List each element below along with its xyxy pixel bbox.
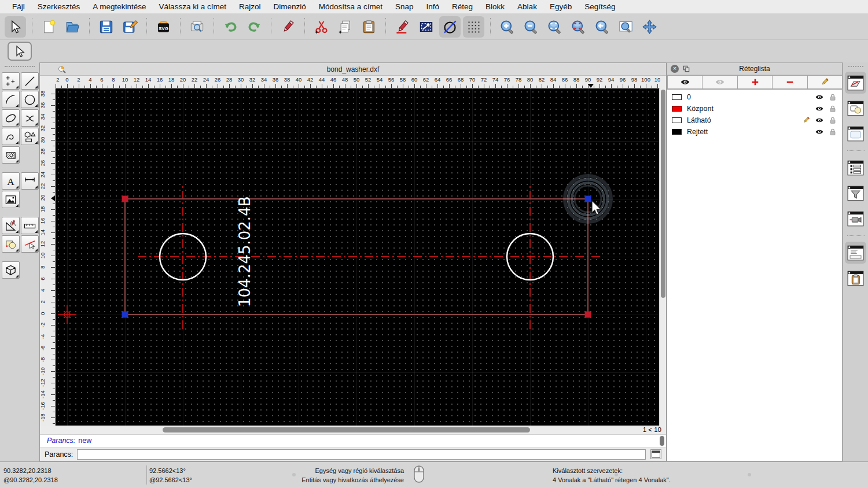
menu-egyéb[interactable]: Egyéb [543, 2, 578, 11]
pan-button[interactable] [639, 16, 660, 38]
dock-drag-handle[interactable] [848, 66, 863, 67]
menu-segítség[interactable]: Segítség [578, 2, 621, 11]
menu-blokk[interactable]: Blokk [479, 2, 511, 11]
selection-handle[interactable] [585, 196, 591, 202]
open-folder-button[interactable] [62, 16, 83, 38]
zoom-window-button[interactable] [615, 16, 637, 38]
selection-handle[interactable] [122, 196, 128, 202]
dock-camera-button[interactable] [845, 208, 866, 230]
paste-button[interactable] [358, 16, 380, 38]
ruler-tool-button[interactable] [21, 217, 39, 234]
horizontal-scrollbar-thumb[interactable] [163, 427, 530, 432]
circle-tool-button[interactable] [21, 91, 39, 108]
polygon-tool-button[interactable] [21, 128, 39, 145]
line-tool-button[interactable] [21, 72, 39, 90]
eraser-button[interactable] [277, 16, 299, 38]
edit-layer-button[interactable] [807, 75, 843, 89]
block-tool-button[interactable] [2, 235, 20, 253]
save-button[interactable] [95, 16, 117, 38]
layer-row-0[interactable]: 0 [667, 91, 842, 103]
command-window-toggle-button[interactable] [650, 449, 661, 459]
layer-visibility-icon[interactable] [815, 116, 824, 125]
zoom-auto-button[interactable] [544, 16, 565, 38]
arc-tool-button[interactable] [2, 91, 20, 108]
horizontal-scrollbar[interactable] [56, 426, 632, 434]
redo-button[interactable] [244, 16, 265, 38]
layer-lock-icon[interactable] [828, 93, 837, 102]
panel-float-icon[interactable] [682, 65, 690, 73]
svg-export-button[interactable]: SVG [153, 16, 174, 38]
v-ruler-tick [53, 238, 55, 239]
cube-tool-button[interactable] [2, 261, 20, 279]
ellipse-tool-button[interactable] [2, 109, 20, 127]
dock-library-button[interactable] [845, 123, 866, 145]
dock-entity-list-button[interactable] [845, 157, 866, 179]
menu-rajzol[interactable]: Rajzol [233, 2, 267, 11]
spline-tool-button[interactable] [21, 109, 39, 127]
circle-line-button[interactable] [439, 16, 461, 38]
menu-infó[interactable]: Infó [420, 2, 446, 11]
layer-row-látható[interactable]: Látható [667, 114, 842, 126]
command-input[interactable] [77, 449, 646, 460]
layer-visibility-icon[interactable] [815, 104, 824, 113]
menu-ablak[interactable]: Ablak [511, 2, 543, 11]
selection-handle[interactable] [122, 312, 128, 318]
text-tool-button[interactable]: A [2, 172, 20, 190]
select-arrow-button[interactable] [5, 16, 26, 38]
cut-button[interactable] [311, 16, 332, 38]
vertical-scrollbar[interactable] [659, 88, 666, 426]
show-all-layers-button[interactable] [667, 75, 703, 89]
undo-button[interactable] [220, 16, 241, 38]
protractor-tool-button[interactable] [2, 217, 20, 234]
dock-blocks-button[interactable] [845, 97, 866, 119]
zoom-selected-button[interactable] [568, 16, 589, 38]
dock-layers-button[interactable] [845, 72, 866, 94]
add-layer-button[interactable] [737, 75, 773, 89]
menu-réteg[interactable]: Réteg [446, 2, 479, 11]
remove-layer-button[interactable] [772, 75, 807, 89]
dock-command-button[interactable] [845, 242, 866, 264]
current-tool-select-arrow-button[interactable] [8, 42, 32, 61]
hatch-tool-button[interactable] [2, 146, 20, 164]
h-ruler-tick [270, 86, 270, 88]
toolbar-drag-handle[interactable] [5, 66, 35, 67]
new-document-button[interactable] [38, 16, 60, 38]
dock-clipboard-button[interactable] [845, 267, 866, 289]
layer-lock-icon[interactable] [828, 116, 837, 125]
menu-snap[interactable]: Snap [389, 2, 420, 11]
panel-close-icon[interactable]: × [671, 65, 679, 73]
save-as-button[interactable] [119, 16, 141, 38]
command-history-scrollbar[interactable] [660, 436, 664, 446]
zoom-out-button[interactable] [520, 16, 542, 38]
layer-row-rejtett[interactable]: Rejtett [667, 126, 842, 138]
part-number-label[interactable]: 104.245.02.4B [236, 196, 253, 307]
dock-filter-button[interactable] [845, 182, 866, 204]
deselect-tool-button[interactable] [21, 235, 39, 253]
layer-row-központ[interactable]: Központ [667, 103, 842, 114]
snap-grid-button[interactable] [463, 16, 484, 38]
menu-dimenzió[interactable]: Dimenzió [267, 2, 312, 11]
drawing-canvas[interactable]: 104.245.02.4B [56, 88, 660, 426]
menu-módosítsa-a-címet[interactable]: Módosítsa a címet [312, 2, 389, 11]
menu-fájl[interactable]: Fájl [6, 2, 31, 11]
zoom-in-button[interactable] [496, 16, 518, 38]
dimension-tool-button[interactable] [21, 172, 39, 190]
menu-válassza-ki-a-címet[interactable]: Válassza ki a címet [153, 2, 233, 11]
layer-lock-icon[interactable] [828, 127, 837, 136]
points-tool-button[interactable] [2, 72, 20, 90]
layer-visibility-icon[interactable] [815, 127, 824, 136]
menu-a-megtekintése[interactable]: A megtekintése [86, 2, 152, 11]
vertical-scrollbar-thumb[interactable] [661, 90, 665, 298]
print-preview-button[interactable] [186, 16, 208, 38]
copy-button[interactable] [334, 16, 356, 38]
hide-all-layers-button[interactable] [702, 75, 737, 89]
layer-visibility-icon[interactable] [815, 93, 824, 102]
zoom-previous-button[interactable] [591, 16, 613, 38]
menu-szerkesztés[interactable]: Szerkesztés [31, 2, 87, 11]
polyline-tool-button[interactable] [2, 128, 20, 145]
properties-button[interactable] [415, 16, 437, 38]
selection-handle[interactable] [585, 312, 591, 318]
edit-attributes-button[interactable] [392, 16, 413, 38]
image-tool-button[interactable] [2, 191, 20, 208]
layer-lock-icon[interactable] [828, 104, 837, 113]
